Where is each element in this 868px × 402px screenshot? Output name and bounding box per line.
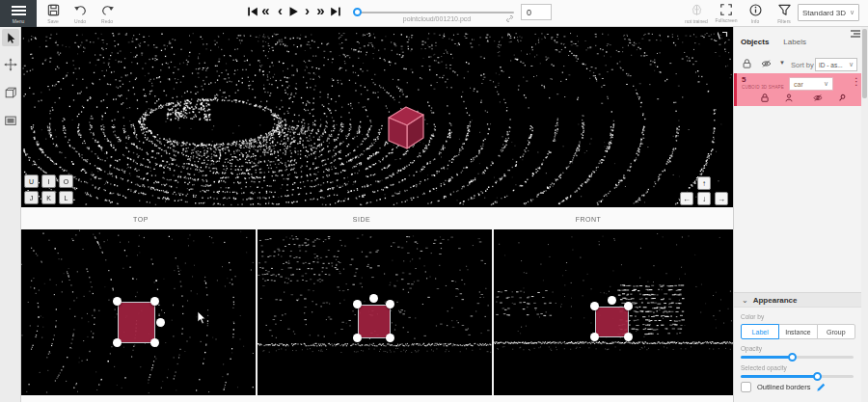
tab-labels[interactable]: Labels (783, 38, 806, 48)
bbox-handle[interactable] (386, 334, 394, 342)
bottom-strip (21, 395, 733, 402)
layout-mode-value: Standard 3D (802, 9, 846, 17)
tab-objects[interactable]: Objects (741, 38, 769, 48)
bbox-handle[interactable] (590, 333, 599, 341)
front-view (494, 229, 733, 395)
panel-tabs: Objects Labels (741, 38, 806, 48)
key-hint-o[interactable]: O (59, 174, 73, 188)
tool-cuboid[interactable] (2, 84, 19, 101)
bbox-rotate-handle[interactable] (369, 294, 378, 303)
layout-mode-select[interactable]: Standard 3D ∨ (798, 4, 859, 21)
sort-select[interactable]: ID - as... ∨ (815, 58, 857, 71)
appearance-section-header[interactable]: ⌄ Appearance (734, 292, 862, 308)
outlined-borders-checkbox[interactable] (741, 382, 751, 392)
bbox-handle[interactable] (353, 300, 362, 308)
bbox-handle[interactable] (113, 297, 122, 306)
main-pointcloud-canvas[interactable] (21, 27, 733, 207)
info-button[interactable]: Info (743, 3, 768, 24)
not-trained-label: not trained (685, 18, 708, 24)
bbox-handle[interactable] (353, 334, 362, 342)
section-chevron-icon: ⌄ (742, 296, 748, 305)
arrow-down-button[interactable]: ↓ (697, 192, 711, 205)
fast-forward-button[interactable]: » (313, 3, 328, 20)
opacity-label: Opacity (741, 345, 762, 352)
frame-filename: pointcloud/001210.pcd (372, 15, 502, 22)
key-hint-i[interactable]: I (41, 174, 56, 188)
image-icon (4, 114, 17, 127)
top-view-bbox[interactable] (118, 302, 155, 343)
bbox-handle[interactable] (113, 338, 122, 347)
frame-number-input[interactable] (521, 4, 552, 20)
timeline-slider[interactable] (355, 12, 514, 13)
menu-button[interactable]: Menu (0, 0, 37, 27)
next-frame-button[interactable]: › (300, 3, 314, 20)
arrow-right-button[interactable]: → (715, 192, 728, 205)
skip-to-start-button[interactable] (245, 3, 259, 20)
key-hint-l[interactable]: L (59, 191, 73, 204)
tool-image[interactable] (2, 112, 19, 129)
timeline-slider-handle[interactable] (353, 8, 362, 16)
fast-forward-icon: » (316, 3, 324, 17)
redo-button[interactable]: Redo (95, 3, 120, 24)
link-icon[interactable] (505, 14, 514, 23)
panel-scrollbar[interactable] (861, 27, 868, 402)
chevron-down-icon: ∨ (850, 9, 854, 16)
selected-opacity-slider[interactable] (741, 375, 854, 378)
bbox-handle[interactable] (150, 338, 159, 347)
color-by-label-button[interactable]: Label (741, 324, 779, 339)
bbox-handle[interactable] (624, 302, 633, 310)
selected-cuboid-3d[interactable] (382, 100, 428, 150)
object-more-menu[interactable]: ⋮ (852, 77, 861, 87)
tool-move[interactable] (2, 56, 19, 73)
object-assignee-icon[interactable] (784, 93, 794, 103)
menu-label: Menu (13, 18, 25, 24)
skip-to-end-button[interactable] (328, 3, 342, 20)
undo-label: Undo (74, 18, 86, 24)
key-hint-k[interactable]: K (41, 191, 56, 204)
undo-button[interactable]: Undo (68, 3, 93, 24)
cuboid-icon (4, 86, 17, 99)
expand-view-icon[interactable] (718, 30, 729, 41)
bbox-handle[interactable] (590, 302, 599, 310)
front-view-bbox[interactable] (595, 307, 629, 337)
object-pin-icon[interactable] (837, 93, 847, 103)
bbox-handle[interactable] (386, 300, 394, 308)
key-hint-j[interactable]: J (24, 191, 39, 204)
play-button[interactable] (285, 3, 300, 20)
selected-opacity-slider-handle[interactable] (813, 372, 822, 381)
arrow-left-button[interactable]: ← (680, 192, 693, 205)
object-list-item-car[interactable]: 5 CUBOID 3D SHAPE car ∨ ⋮ (734, 73, 862, 106)
fast-rewind-button[interactable]: « (258, 3, 273, 20)
object-shape-type: CUBOID 3D SHAPE (742, 85, 784, 90)
color-by-group-button[interactable]: Group (817, 324, 855, 339)
arrow-up-button[interactable]: ↑ (697, 176, 711, 190)
opacity-slider-handle[interactable] (788, 353, 797, 362)
hamburger-icon (12, 4, 26, 17)
fullscreen-button[interactable]: Fullscreen (714, 3, 739, 23)
sort-caret-icon[interactable]: ▼ (779, 60, 785, 66)
filters-button[interactable]: Filters (772, 3, 797, 24)
object-visibility-icon[interactable] (812, 93, 824, 103)
lock-all-icon[interactable] (742, 58, 752, 69)
object-class-select[interactable]: car ∨ (789, 77, 833, 91)
opacity-slider-fill (741, 356, 793, 359)
bbox-rotate-handle[interactable] (156, 318, 165, 327)
bbox-handle[interactable] (150, 297, 159, 306)
bbox-handle[interactable] (624, 333, 633, 341)
previous-icon: ‹ (278, 3, 283, 17)
side-view-bbox[interactable] (358, 305, 391, 338)
object-color-stripe (734, 73, 737, 106)
sort-select-value: ID - as... (819, 62, 843, 68)
bbox-rotate-handle[interactable] (608, 296, 616, 305)
opacity-slider[interactable] (741, 356, 854, 359)
tool-select[interactable] (2, 29, 19, 46)
key-hint-u[interactable]: U (24, 174, 39, 188)
save-button[interactable]: Save (41, 3, 66, 24)
object-lock-icon[interactable] (760, 93, 770, 103)
panel-menu-icon[interactable] (850, 29, 861, 39)
edit-pencil-icon[interactable] (816, 382, 827, 392)
hide-all-eye-icon[interactable] (760, 58, 773, 69)
top-view (21, 229, 256, 395)
color-by-instance-button[interactable]: Instance (778, 324, 817, 339)
panel-scrollbar-thumb[interactable] (862, 29, 867, 98)
